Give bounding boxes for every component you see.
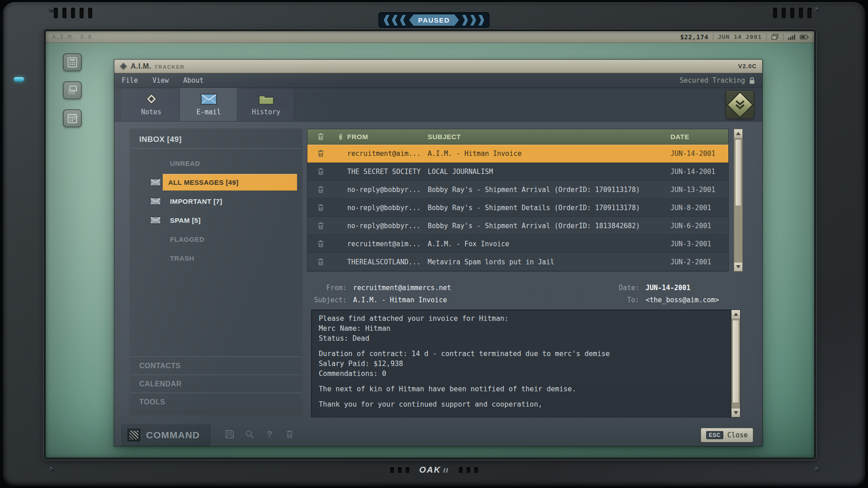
sidebar-item-flagged[interactable]: FLAGGED — [130, 230, 302, 249]
email-date: JUN-14-2001 — [670, 150, 728, 158]
trash-icon[interactable] — [317, 168, 324, 175]
menu-about[interactable]: About — [183, 76, 203, 84]
delete-button[interactable] — [284, 429, 294, 440]
help-button[interactable]: ? — [264, 429, 274, 440]
email-from: recruitment@aim... — [347, 150, 428, 158]
email-row[interactable]: recruitment@aim... A.I.M. - Hitman Invoi… — [307, 145, 728, 163]
menu-bar: File View About Secured Tracking — [114, 73, 762, 88]
inbox-header: INBOX [49] — [130, 129, 302, 148]
envelope-icon — [201, 94, 217, 105]
trash-icon[interactable] — [317, 150, 324, 157]
trash-icon[interactable] — [317, 258, 324, 266]
money-indicator: $22,174 — [680, 33, 708, 41]
laptop-bezel: PAUSED A.I.M. 3.0 $22,174 JUN 14 2001 — [3, 2, 865, 486]
email-list-scrollbar[interactable] — [734, 129, 743, 272]
search-button[interactable] — [245, 429, 255, 440]
scrollbar-thumb[interactable] — [732, 320, 739, 403]
body-line: Please find attached your invoice for Hi… — [319, 314, 726, 324]
message-meta: From: recruitment@aimmercs.net Date: JUN… — [307, 282, 730, 306]
sidebar-item-label: TRASH — [130, 254, 194, 262]
chevron-right-icon — [478, 15, 484, 26]
sidebar-item-all-messages[interactable]: ALL MESSAGES [49] — [130, 173, 302, 192]
screw — [814, 466, 820, 472]
email-subject: Bobby Ray's - Shipment Arrival (OrderID:… — [428, 222, 670, 230]
trash-icon[interactable] — [317, 222, 324, 230]
email-row[interactable]: no-reply@bobbyr... Bobby Ray's - Shipmen… — [307, 217, 728, 235]
scroll-up-button[interactable] — [731, 310, 740, 319]
message-body-scrollbar[interactable] — [731, 310, 740, 417]
aim-tracker-window: A.I.M. TRACKER V2.0C File View About Sec… — [114, 59, 763, 446]
battery-icon — [800, 35, 809, 39]
email-from: no-reply@bobbyr... — [347, 186, 428, 194]
email-row[interactable]: THE SECRET SOCIETY LOCAL JOURNALISM JUN-… — [307, 163, 728, 181]
desktop-icon-calendar[interactable] — [63, 109, 82, 127]
close-button[interactable]: ESC Close — [701, 428, 753, 442]
email-date: JUN-14-2001 — [670, 168, 728, 176]
email-row[interactable]: THEREALSCOTLAND... Metavira Spam lords p… — [307, 253, 728, 271]
column-header-from: FROM — [347, 133, 428, 141]
body-line: The next of kin of Hitman have been noti… — [319, 385, 726, 395]
email-row[interactable]: no-reply@bobbyr... Bobby Ray's - Shipmen… — [307, 199, 728, 217]
calculator-icon — [67, 57, 78, 68]
tab-notes-label: Notes — [141, 108, 161, 116]
trash-column-icon — [317, 133, 324, 141]
sidebar-section-contacts[interactable]: CONTACTS — [130, 357, 302, 375]
tab-email[interactable]: E-mail — [180, 88, 237, 121]
window-version: V2.0C — [738, 63, 757, 70]
desktop-icon-copier[interactable] — [63, 81, 82, 99]
body-line: Merc Name: Hitman — [319, 324, 726, 334]
tab-history[interactable]: History — [237, 88, 295, 121]
scrollbar-thumb[interactable] — [735, 139, 741, 206]
column-header-subject: SUBJECT — [428, 133, 670, 141]
speaker-grille — [390, 467, 409, 473]
sidebar-item-unread[interactable]: UNREAD — [130, 154, 302, 173]
aim-collapse-button[interactable] — [726, 90, 754, 119]
email-subject: Metavira Spam lords put in Jail — [428, 258, 670, 266]
sidebar-section-calendar[interactable]: CALENDAR — [130, 375, 302, 393]
trash-icon — [286, 430, 293, 439]
chevron-right-icon — [470, 15, 476, 26]
envelope-icon — [150, 197, 161, 205]
email-from: no-reply@bobbyr... — [347, 204, 428, 212]
trash-icon[interactable] — [317, 240, 324, 248]
command-button[interactable]: COMMAND — [122, 425, 210, 446]
scroll-down-button[interactable] — [731, 408, 740, 417]
menu-file[interactable]: File — [122, 76, 138, 84]
footer-toolbar: ? — [225, 429, 294, 440]
divider — [766, 33, 767, 41]
tab-history-label: History — [252, 108, 280, 116]
date-indicator: JUN 14 2001 — [718, 33, 762, 40]
column-header-date: DATE — [670, 133, 728, 141]
vent-grille — [773, 8, 811, 19]
sidebar-item-label: UNREAD — [130, 160, 200, 167]
sidebar-item-important[interactable]: IMPORTANT [7] — [130, 192, 302, 211]
body-line — [319, 344, 726, 350]
trash-icon[interactable] — [317, 204, 324, 211]
scroll-down-button[interactable] — [734, 262, 742, 271]
desktop-icon-calculator[interactable] — [63, 53, 82, 71]
sidebar-section-tools[interactable]: TOOLS — [130, 393, 302, 411]
trash-icon[interactable] — [317, 186, 324, 193]
signal-bars-icon — [788, 34, 795, 40]
folder-icon — [259, 94, 274, 105]
envelope-icon — [150, 216, 161, 224]
email-list-header: FROM SUBJECT DATE — [307, 129, 728, 145]
message-body-text: Please find attached your invoice for Hi… — [319, 314, 726, 413]
sidebar-item-trash[interactable]: TRASH — [130, 249, 302, 267]
chevron-down-icon — [734, 100, 746, 110]
save-button[interactable] — [225, 429, 235, 440]
paused-label: PAUSED — [409, 14, 459, 26]
sidebar-item-spam[interactable]: SPAM [5] — [130, 211, 302, 230]
chevron-left-icon — [392, 15, 398, 26]
email-date: JUN-8-2001 — [670, 204, 728, 212]
menu-view[interactable]: View — [152, 76, 169, 84]
email-row[interactable]: recruitment@aim... A.I.M. - Fox Invoice … — [307, 235, 728, 253]
email-subject: A.I.M. - Hitman Invoice — [428, 150, 670, 158]
email-row[interactable]: no-reply@bobbyr... Bobby Ray's - Shipmen… — [307, 181, 728, 199]
email-date: JUN-2-2001 — [670, 258, 728, 266]
scroll-up-button[interactable] — [734, 129, 742, 138]
screw — [48, 466, 54, 472]
tab-notes[interactable]: Notes — [123, 88, 180, 121]
brand-name: OAK — [419, 465, 441, 475]
date-label: Date: — [603, 284, 639, 292]
